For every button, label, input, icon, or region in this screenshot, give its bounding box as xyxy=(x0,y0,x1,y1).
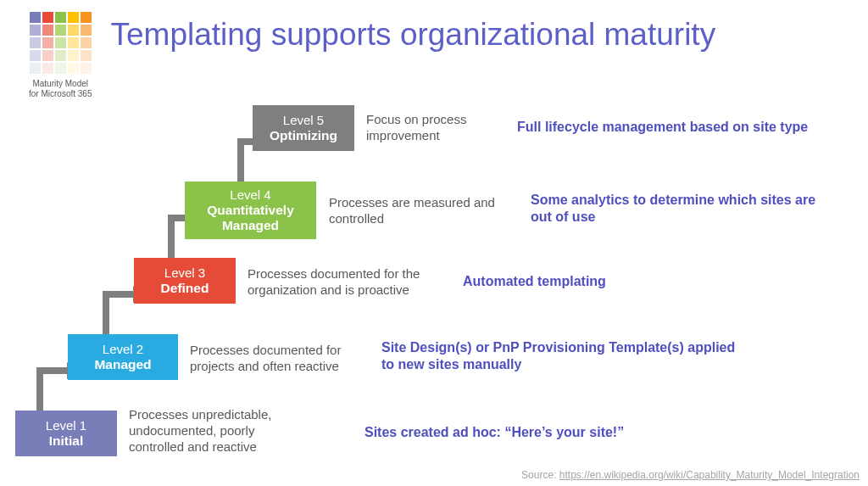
level5-box: Level 5 Optimizing xyxy=(253,105,354,151)
level1-desc: Processes unpredictable, undocumented, p… xyxy=(129,407,307,455)
level3-desc: Processes documented for the organizatio… xyxy=(248,266,451,299)
level4-box: Level 4 Quantitatively Managed xyxy=(185,182,316,239)
level1-note: Sites created ad hoc: “Here’s your site!… xyxy=(364,424,729,441)
source-citation: Source: https://en.wikipedia.org/wiki/Ca… xyxy=(521,469,860,481)
level3-number: Level 3 xyxy=(164,265,205,280)
level5-note: Full lifecycle management based on site … xyxy=(517,119,856,136)
level4-name: Quantitatively Managed xyxy=(185,203,316,233)
level3-note: Automated templating xyxy=(463,273,717,290)
level5-number: Level 5 xyxy=(283,113,324,127)
level4-note: Some analytics to determine which sites … xyxy=(531,192,836,226)
level2-box: Level 2 Managed xyxy=(68,334,178,380)
level2-number: Level 2 xyxy=(103,342,143,356)
level3-box: Level 3 Defined xyxy=(134,258,236,304)
source-link[interactable]: https://en.wikipedia.org/wiki/Capability… xyxy=(559,469,860,481)
level5-desc: Focus on process improvement xyxy=(366,112,510,144)
source-label: Source: xyxy=(521,469,559,481)
level2-note: Site Design(s) or PnP Provisioning Templ… xyxy=(381,339,746,373)
level2-name: Managed xyxy=(94,357,151,372)
level3-name: Defined xyxy=(161,281,209,296)
level5-name: Optimizing xyxy=(270,128,337,143)
level1-number: Level 1 xyxy=(46,418,86,433)
level1-name: Initial xyxy=(49,433,83,449)
level2-desc: Processes documented for projects and of… xyxy=(190,343,368,375)
level1-box: Level 1 Initial xyxy=(15,411,117,456)
level4-desc: Processes are measured and controlled xyxy=(329,195,520,227)
maturity-staircase: Level 5 Optimizing Focus on process impr… xyxy=(0,0,868,486)
level4-number: Level 4 xyxy=(230,187,270,202)
